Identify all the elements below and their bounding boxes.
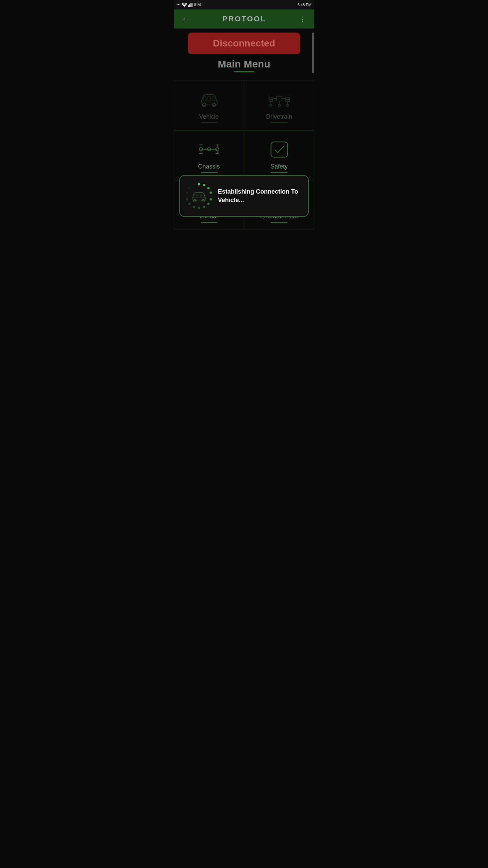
drivetrain-icon bbox=[268, 90, 290, 109]
status-bar: ••• 81% 6:48 PM bbox=[174, 0, 314, 9]
svg-point-45 bbox=[210, 198, 212, 201]
app-bar: ← PROTOOL ⋮ bbox=[174, 9, 314, 28]
time-display: 6:48 PM bbox=[298, 3, 311, 7]
svg-rect-3 bbox=[192, 3, 193, 7]
svg-point-4 bbox=[203, 103, 206, 106]
svg-rect-2 bbox=[190, 3, 191, 7]
svg-point-50 bbox=[188, 203, 191, 205]
svg-point-46 bbox=[207, 203, 210, 205]
vehicle-icon bbox=[198, 90, 220, 109]
menu-item-safety[interactable]: Safety bbox=[244, 130, 314, 180]
app-title: PROTOOL bbox=[222, 15, 266, 23]
drivetrain-underline bbox=[271, 122, 288, 123]
svg-point-49 bbox=[193, 206, 195, 208]
drivetrain-label: Drivetrain bbox=[266, 113, 292, 120]
svg-point-48 bbox=[198, 207, 200, 209]
svg-rect-31 bbox=[271, 142, 287, 157]
svg-rect-0 bbox=[188, 5, 189, 7]
connection-dialog: Establishing Connection To Vehicle... bbox=[179, 175, 309, 217]
svg-point-54 bbox=[193, 184, 195, 186]
disconnected-banner[interactable]: Disconnected bbox=[188, 33, 300, 54]
svg-rect-1 bbox=[189, 4, 190, 7]
chassis-underline bbox=[201, 172, 218, 173]
svg-point-53 bbox=[188, 187, 191, 190]
main-menu-title: Main Menu bbox=[174, 58, 314, 70]
dialog-message: Establishing Connection To Vehicle... bbox=[218, 188, 303, 204]
dots-icon: ••• bbox=[177, 3, 181, 6]
safety-label: Safety bbox=[270, 163, 288, 170]
vehicle-label: Vehicle bbox=[199, 113, 219, 120]
chassis-label: Chassis bbox=[198, 163, 220, 170]
status-left: ••• 81% bbox=[177, 3, 201, 7]
svg-rect-10 bbox=[277, 96, 282, 101]
svg-point-52 bbox=[186, 192, 188, 194]
overflow-menu-button[interactable]: ⋮ bbox=[297, 12, 309, 26]
interior-underline bbox=[201, 222, 218, 223]
back-button[interactable]: ← bbox=[179, 12, 192, 26]
signal-icon bbox=[188, 3, 193, 7]
spinner bbox=[185, 182, 212, 210]
menu-item-vehicle[interactable]: Vehicle bbox=[174, 80, 244, 130]
chassis-icon bbox=[198, 140, 220, 159]
svg-point-44 bbox=[210, 192, 212, 194]
scrollbar[interactable] bbox=[312, 33, 314, 73]
entertainment-underline bbox=[271, 222, 288, 223]
svg-point-43 bbox=[207, 187, 210, 190]
battery-text: 81% bbox=[194, 3, 201, 7]
status-right: 6:48 PM bbox=[298, 3, 311, 7]
menu-item-chassis[interactable]: Chassis bbox=[174, 130, 244, 180]
svg-point-42 bbox=[203, 184, 205, 186]
menu-item-drivetrain[interactable]: Drivetrain bbox=[244, 80, 314, 130]
svg-point-41 bbox=[198, 183, 200, 185]
title-underline bbox=[234, 71, 254, 72]
svg-point-47 bbox=[203, 206, 205, 208]
svg-point-5 bbox=[212, 103, 216, 106]
spinner-dots-svg bbox=[185, 182, 212, 210]
svg-point-51 bbox=[186, 198, 188, 201]
vehicle-underline bbox=[201, 122, 218, 123]
safety-icon bbox=[268, 140, 290, 159]
wifi-icon bbox=[182, 3, 187, 7]
safety-underline bbox=[271, 172, 288, 173]
disconnected-label: Disconnected bbox=[213, 38, 275, 48]
